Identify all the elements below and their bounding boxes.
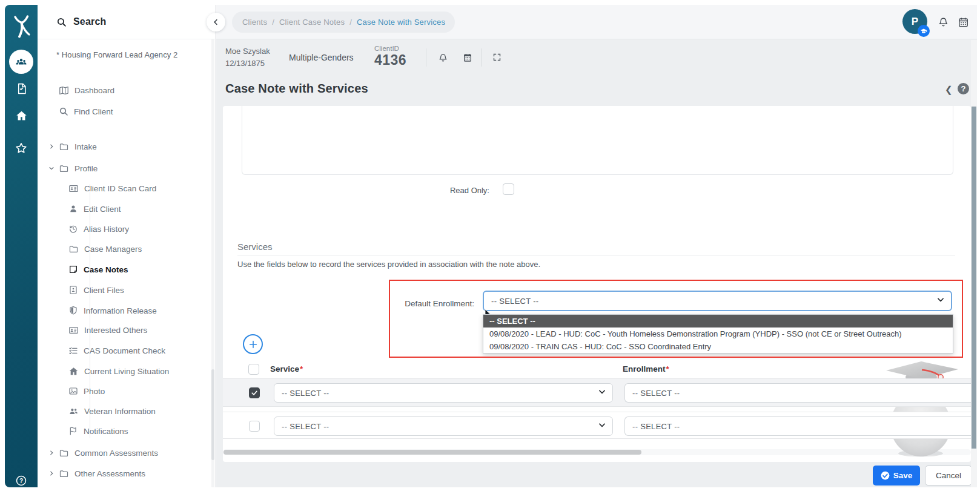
service-row-2: -- SELECT -- -- SELECT -- xyxy=(223,412,971,439)
dashboard-icon xyxy=(59,85,69,96)
row-1-checkbox[interactable] xyxy=(249,387,260,398)
sidebar-item-notifications[interactable]: Notifications xyxy=(38,422,215,440)
home-icon xyxy=(15,110,28,122)
service-column-header: Service* xyxy=(270,364,303,374)
shield-icon xyxy=(68,306,78,315)
breadcrumb-client-case-notes[interactable]: Client Case Notes xyxy=(279,18,345,27)
main-area: Clients / Client Case Notes / Case Note … xyxy=(216,5,977,487)
chevron-down-icon xyxy=(598,387,606,398)
fullscreen-icon[interactable] xyxy=(492,53,502,62)
sidebar-item-alias-history[interactable]: Alias History xyxy=(38,220,215,238)
rail-home[interactable] xyxy=(5,104,38,127)
search-icon xyxy=(56,17,67,27)
flag-icon xyxy=(68,426,78,436)
sidebar-item-case-notes[interactable]: Case Notes xyxy=(38,260,215,278)
chevron-right-icon xyxy=(48,143,55,150)
client-name-dob: Moe Szyslak 12/13/1875 xyxy=(225,45,270,70)
page-help-icon[interactable]: ? xyxy=(958,83,969,94)
sidebar-item-cas-document-check[interactable]: CAS Document Check xyxy=(38,341,215,360)
agency-name: * Housing Forward Lead Agency 2 xyxy=(56,50,177,59)
row-1-enrollment-select[interactable]: -- SELECT -- xyxy=(624,383,971,403)
dropdown-option-train-cas[interactable]: 09/08/2020 - TRAIN CAS - HUD: CoC - SSO … xyxy=(483,340,953,353)
chevron-left-icon xyxy=(212,18,220,26)
row-2-enrollment-select[interactable]: -- SELECT -- xyxy=(624,416,971,436)
horizontal-scrollbar-thumb[interactable] xyxy=(223,450,641,455)
calendar-icon[interactable] xyxy=(958,16,969,28)
row-2-service-select[interactable]: -- SELECT -- xyxy=(274,416,613,436)
enrollment-dropdown: -- SELECT -- 09/08/2020 - LEAD - HUD: Co… xyxy=(483,314,953,354)
services-heading: Services xyxy=(237,242,273,252)
sidebar-item-common-assessments[interactable]: Common Assessments xyxy=(38,444,215,462)
sidebar-item-intake[interactable]: Intake xyxy=(38,137,215,156)
dropdown-option-lead[interactable]: 09/08/2020 - LEAD - HUD: CoC - Youth Hom… xyxy=(483,327,953,340)
id-card-icon xyxy=(68,183,79,194)
services-divider xyxy=(237,255,955,255)
sidebar-item-veteran-information[interactable]: Veteran Information xyxy=(38,402,215,420)
chevron-right-icon xyxy=(48,450,55,456)
row-1-service-select[interactable]: -- SELECT -- xyxy=(274,383,613,403)
sidebar-item-find-client[interactable]: Find Client xyxy=(38,102,215,120)
sidebar-item-information-release[interactable]: Information Release xyxy=(38,301,215,320)
note-textarea[interactable] xyxy=(242,106,953,175)
add-service-button[interactable] xyxy=(243,334,263,354)
clients-group-icon xyxy=(15,55,28,68)
caseload-document-icon xyxy=(16,83,27,94)
folder-icon xyxy=(59,469,69,479)
dropdown-option-select[interactable]: -- SELECT -- xyxy=(483,315,953,327)
client-file-icon xyxy=(68,285,78,295)
sidebar-item-client-files[interactable]: Client Files xyxy=(38,281,215,299)
content-panel: Read Only: Services Use the fields below… xyxy=(223,106,971,462)
back-button[interactable] xyxy=(207,13,225,31)
client-id-label: ClientID xyxy=(374,45,406,52)
svg-text:?: ? xyxy=(19,478,23,484)
vertical-scrollbar-thumb[interactable] xyxy=(972,107,976,449)
case-notes-icon xyxy=(68,265,78,274)
sidebar-item-photo[interactable]: Photo xyxy=(38,382,215,400)
service-row-1: -- SELECT -- -- SELECT -- xyxy=(223,378,971,407)
services-description: Use the fields below to record the servi… xyxy=(237,260,540,269)
home-icon xyxy=(68,366,79,377)
divider xyxy=(426,48,426,67)
notifications-bell-icon[interactable] xyxy=(938,16,949,28)
sidebar-item-client-id-scan-card[interactable]: Client ID Scan Card xyxy=(38,179,215,197)
rail-help[interactable]: ? xyxy=(5,469,38,492)
icon-rail: ? xyxy=(5,5,38,487)
search-label: Search xyxy=(73,16,107,27)
collapse-chevron-icon[interactable]: ❮ xyxy=(945,84,953,95)
sidebar-item-dashboard[interactable]: Dashboard xyxy=(38,81,215,99)
default-enrollment-select[interactable]: -- SELECT -- xyxy=(483,291,952,311)
sidebar-search[interactable]: Search xyxy=(38,5,215,39)
select-all-checkbox[interactable] xyxy=(248,364,259,375)
breadcrumb-clients[interactable]: Clients xyxy=(242,18,267,27)
chevron-down-icon xyxy=(48,165,55,171)
sidebar-item-edit-client[interactable]: Edit Client xyxy=(38,200,215,218)
rail-caseload[interactable] xyxy=(5,77,38,100)
row-2-checkbox[interactable] xyxy=(249,421,260,432)
save-button[interactable]: Save xyxy=(873,466,920,485)
sidebar-item-other-assessments[interactable]: Other Assessments xyxy=(38,464,215,482)
rail-clients-active[interactable] xyxy=(9,50,33,74)
save-check-icon xyxy=(881,471,890,480)
sidebar-item-case-managers[interactable]: Case Managers xyxy=(38,240,215,258)
help-icon: ? xyxy=(15,475,27,487)
vertical-scrollbar xyxy=(971,40,977,487)
graduation-cap-icon xyxy=(920,27,927,35)
sidebar-item-profile[interactable]: Profile xyxy=(38,159,215,177)
read-only-row: Read Only: xyxy=(223,183,971,199)
app-logo[interactable] xyxy=(5,11,38,42)
sidebar-item-interested-others[interactable]: Interested Others xyxy=(38,321,215,339)
check-icon xyxy=(251,389,258,397)
academy-badge[interactable] xyxy=(918,25,930,37)
client-calendar-icon[interactable] xyxy=(463,53,472,62)
sidebar-item-current-living-situation[interactable]: Current Living Situation xyxy=(38,362,215,380)
client-bell-icon[interactable] xyxy=(438,53,448,63)
horizontal-scrollbar xyxy=(223,449,971,455)
favorites-star-icon xyxy=(15,142,28,155)
cancel-button[interactable]: Cancel xyxy=(925,466,972,485)
breadcrumb-current[interactable]: Case Note with Services xyxy=(357,18,445,27)
read-only-checkbox[interactable] xyxy=(503,183,514,195)
client-id-value: 4136 xyxy=(374,52,406,68)
rail-favorites[interactable] xyxy=(5,137,38,160)
page-title: Case Note with Services xyxy=(225,82,368,96)
sidebar-scrollbar-thumb[interactable] xyxy=(211,369,214,460)
